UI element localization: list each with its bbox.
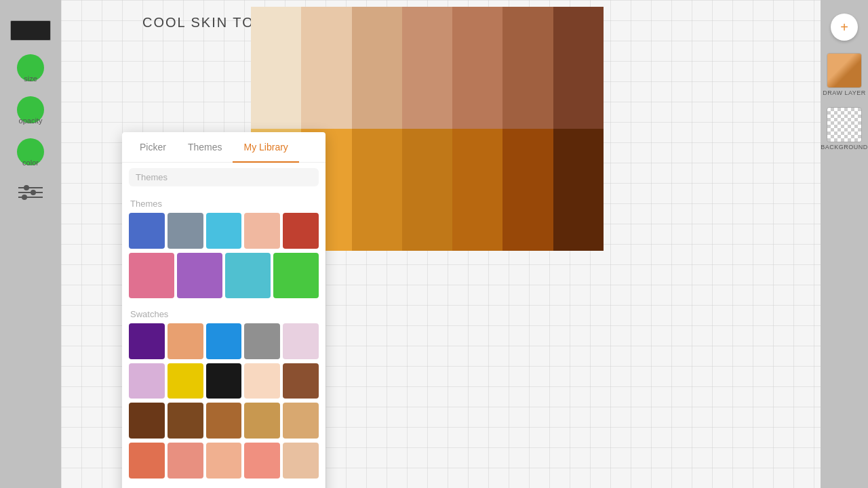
theme-swatch[interactable] — [283, 213, 319, 249]
swatch-cell[interactable] — [283, 323, 319, 359]
draw-layer-thumb[interactable] — [827, 53, 862, 88]
swatch-cell[interactable] — [167, 443, 203, 479]
panel-tabs: PickerThemesMy Library — [122, 132, 326, 163]
color-panel: PickerThemesMy Library Themes Themes Swa… — [122, 132, 326, 488]
background-layer-thumb[interactable] — [827, 107, 862, 142]
swatch-cell[interactable] — [167, 363, 203, 399]
background-layer-label: BACKGROUND — [821, 144, 868, 150]
swatch-cell[interactable] — [206, 443, 242, 479]
canvas-area[interactable]: COOL SKIN TONE PickerThemesMy Library Th… — [61, 0, 821, 488]
draw-layer-label: DRAW LAYER — [823, 89, 866, 96]
panel-tab-themes[interactable]: Themes — [177, 132, 233, 162]
color-cell — [553, 7, 604, 129]
swatch-cell[interactable] — [244, 363, 280, 399]
swatch-cell[interactable] — [244, 443, 280, 479]
swatch-row-3 — [122, 443, 326, 479]
color-cell — [352, 7, 402, 129]
swatch-cell[interactable] — [206, 323, 242, 359]
theme-swatch[interactable] — [206, 213, 242, 249]
color-cell — [402, 7, 452, 129]
swatch-cell[interactable] — [129, 403, 165, 439]
swatch-cell[interactable] — [129, 443, 165, 479]
color-cell — [352, 129, 402, 251]
theme-swatch[interactable] — [244, 213, 280, 249]
color-cell — [452, 7, 502, 129]
themes-row1 — [122, 213, 326, 249]
left-toolbar: size opacity color — [0, 0, 61, 488]
swatch-row-1 — [122, 363, 326, 399]
color-cell — [502, 129, 553, 251]
swatch-cell[interactable] — [283, 443, 319, 479]
color-cell — [452, 129, 502, 251]
swatch-cell[interactable] — [206, 403, 242, 439]
themes-row2 — [122, 253, 326, 298]
panel-tab-picker[interactable]: Picker — [129, 132, 177, 162]
swatch-cell[interactable] — [167, 323, 203, 359]
swatch-row-2 — [122, 403, 326, 439]
theme-swatch[interactable] — [129, 213, 165, 249]
swatch-cell[interactable] — [129, 323, 165, 359]
change-library-button[interactable]: Change Library — [122, 483, 326, 488]
color-label: color — [22, 159, 39, 167]
size-label: size — [24, 75, 37, 83]
swatches-section-label: Swatches — [122, 302, 326, 323]
color-cell — [553, 129, 604, 251]
theme-swatch[interactable] — [273, 253, 319, 298]
swatch-cell[interactable] — [167, 403, 203, 439]
theme-swatch[interactable] — [167, 213, 203, 249]
theme-swatch[interactable] — [225, 253, 271, 298]
brush-preview — [10, 20, 51, 41]
right-toolbar: + DRAW LAYER BACKGROUND — [821, 0, 868, 488]
search-bar[interactable]: Themes — [129, 168, 319, 186]
panel-tab-my-library[interactable]: My Library — [233, 132, 298, 162]
swatch-cell[interactable] — [283, 403, 319, 439]
swatch-cell[interactable] — [129, 363, 165, 399]
add-layer-button[interactable]: + — [831, 14, 858, 41]
swatch-cell[interactable] — [206, 363, 242, 399]
theme-swatch[interactable] — [177, 253, 222, 298]
color-cell — [251, 7, 301, 129]
themes-section-label: Themes — [122, 192, 326, 213]
swatch-cell[interactable] — [244, 403, 280, 439]
color-cell — [301, 7, 351, 129]
color-cell — [402, 129, 452, 251]
swatch-cell[interactable] — [244, 323, 280, 359]
swatch-row-0 — [122, 323, 326, 359]
swatch-cell[interactable] — [283, 363, 319, 399]
color-cell — [502, 7, 553, 129]
adjust-icon[interactable] — [18, 180, 43, 205]
theme-swatch[interactable] — [129, 253, 174, 298]
opacity-label: opacity — [19, 117, 43, 125]
